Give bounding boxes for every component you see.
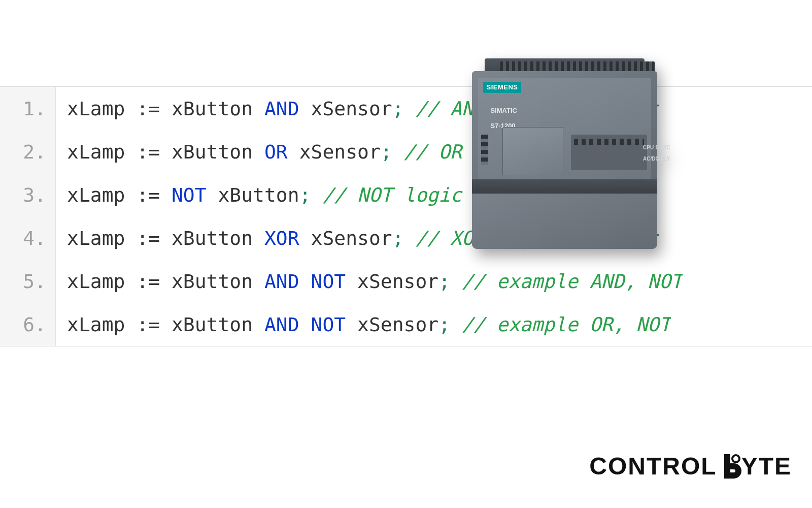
code-keyword: NOT	[311, 270, 346, 293]
code-identifier: xLamp	[67, 270, 125, 293]
code-identifier: xSensor	[357, 313, 438, 336]
code-punct: ;	[392, 227, 404, 249]
plc-model-line1: SIMATIC	[490, 107, 517, 114]
code-space	[125, 313, 137, 336]
code-identifier: xSensor	[311, 227, 392, 249]
code-space	[450, 270, 462, 293]
code-space	[299, 227, 311, 249]
code-keyword: AND	[264, 98, 299, 120]
line-number: 3.	[0, 173, 56, 216]
code-space	[253, 141, 264, 163]
code-space	[299, 313, 311, 336]
plc-status-leds	[481, 135, 488, 165]
code-space	[404, 98, 416, 120]
code-assign-op: :=	[137, 184, 160, 206]
code-space	[450, 313, 462, 336]
code-identifier: xButton	[218, 184, 299, 206]
code-space	[253, 313, 264, 336]
brand-word-control: CONTROL	[589, 452, 717, 480]
stylized-b-icon	[724, 454, 741, 479]
line-number: 4.	[0, 216, 56, 260]
controlbyte-logo: CONTROL YTE	[589, 452, 792, 480]
plc-device-image: SIEMENS SIMATIC S7-1200 CPU 1212C AC/DC/…	[472, 58, 657, 249]
code-space	[253, 270, 264, 293]
brand-word-yte: YTE	[741, 452, 792, 480]
plc-cpu-label: CPU 1212C AC/DC/RLY	[634, 139, 643, 167]
code-assign-op: :=	[137, 227, 160, 249]
code-line: 1.xLamp := xButton AND xSensor; // AND l…	[0, 87, 812, 130]
code-block: 1.xLamp := xButton AND xSensor; // AND l…	[0, 86, 812, 346]
code-space	[288, 141, 299, 163]
code-space	[253, 227, 264, 249]
plc-io-panel: CPU 1212C AC/DC/RLY	[571, 135, 647, 170]
code-identifier: xLamp	[67, 141, 125, 163]
code-space	[207, 184, 218, 206]
code-assign-op: :=	[137, 98, 160, 120]
code-space	[311, 184, 323, 206]
code-identifier: xLamp	[67, 227, 125, 249]
line-number: 6.	[0, 303, 56, 346]
code-content: xLamp := xButton AND NOT xSensor; // exa…	[56, 260, 683, 303]
line-number: 5.	[0, 260, 56, 303]
code-identifier: xSensor	[299, 141, 381, 163]
code-identifier: xButton	[172, 313, 253, 336]
siemens-logo: SIEMENS	[483, 82, 521, 93]
code-space	[346, 313, 357, 336]
code-space	[346, 270, 357, 293]
line-number: 1.	[0, 87, 56, 130]
plc-cpu-line2: AC/DC/RLY	[643, 156, 670, 162]
code-space	[392, 141, 404, 163]
code-identifier: xButton	[172, 98, 253, 120]
code-punct: ;	[381, 141, 392, 163]
plc-din-rail-band	[472, 179, 657, 194]
code-keyword: XOR	[264, 227, 299, 249]
plc-io-leds	[574, 139, 644, 145]
code-line: 5.xLamp := xButton AND NOT xSensor; // e…	[0, 260, 812, 303]
code-keyword: AND	[264, 313, 299, 336]
code-space	[160, 184, 172, 206]
code-keyword: OR	[264, 141, 288, 163]
code-space	[125, 184, 137, 206]
code-punct: ;	[438, 313, 450, 336]
code-punct: ;	[438, 270, 450, 293]
code-line: 4.xLamp := xButton XOR xSensor; // XOR l…	[0, 216, 812, 260]
brand-byte: YTE	[724, 452, 792, 480]
code-space	[404, 227, 416, 249]
code-space	[253, 98, 264, 120]
code-punct: ;	[392, 98, 404, 120]
code-space	[160, 98, 172, 120]
code-punct: ;	[299, 184, 311, 206]
plc-access-door	[502, 127, 563, 175]
code-line: 2.xLamp := xButton OR xSensor; // OR log…	[0, 130, 812, 173]
code-space	[299, 270, 311, 293]
code-assign-op: :=	[137, 141, 160, 163]
code-identifier: xSensor	[357, 270, 438, 293]
code-space	[125, 98, 137, 120]
code-content: xLamp := xButton AND NOT xSensor; // exa…	[56, 303, 671, 346]
code-keyword: AND	[264, 270, 299, 293]
code-identifier: xLamp	[67, 98, 125, 120]
code-space	[299, 98, 311, 120]
code-identifier: xLamp	[67, 184, 125, 206]
code-space	[160, 141, 172, 163]
plc-cpu-line1: CPU 1212C	[643, 145, 670, 150]
code-identifier: xSensor	[311, 98, 392, 120]
code-comment: // example OR, NOT	[462, 313, 671, 336]
code-assign-op: :=	[137, 313, 160, 336]
code-keyword: NOT	[311, 313, 346, 336]
plc-model-label: SIMATIC S7-1200	[483, 99, 490, 137]
plc-lower-housing	[472, 194, 657, 249]
code-identifier: xLamp	[67, 313, 125, 336]
code-space	[160, 227, 172, 249]
code-identifier: xButton	[172, 141, 253, 163]
code-space	[125, 141, 137, 163]
code-identifier: xButton	[172, 227, 253, 249]
code-space	[125, 270, 137, 293]
code-space	[160, 270, 172, 293]
code-line: 6.xLamp := xButton AND NOT xSensor; // e…	[0, 303, 812, 346]
code-assign-op: :=	[137, 270, 160, 293]
code-space	[160, 313, 172, 336]
code-comment: // example AND, NOT	[462, 270, 683, 293]
code-keyword: NOT	[172, 184, 207, 206]
code-space	[125, 227, 137, 249]
